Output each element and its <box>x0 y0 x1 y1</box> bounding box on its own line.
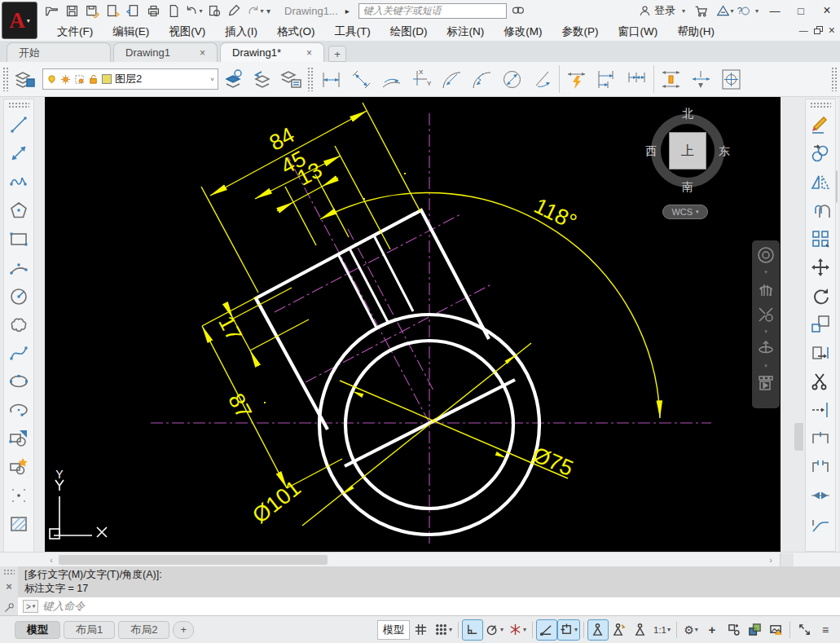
model-space-button[interactable]: 模型 <box>377 620 410 640</box>
toolbar-grip[interactable] <box>307 67 314 91</box>
insert-block-tool-icon[interactable] <box>6 424 32 452</box>
trim-tool-icon[interactable] <box>807 367 833 395</box>
application-menu-button[interactable]: A ▾ <box>2 2 37 39</box>
redo-button[interactable]: ▾ <box>246 2 264 20</box>
fillet-tool-icon[interactable] <box>807 509 833 538</box>
horizontal-scroll-thumb[interactable] <box>59 555 328 565</box>
layer-previous-icon[interactable] <box>249 65 277 93</box>
revision-cloud-tool-icon[interactable] <box>6 310 32 338</box>
tab-drawing1-modified[interactable]: Drawing1*× <box>220 42 324 62</box>
annotation-scale-button[interactable]: 1:1▾ <box>652 620 672 640</box>
angular-dimension-icon[interactable] <box>527 64 557 95</box>
crosshair-plus-button[interactable]: + <box>702 620 722 640</box>
dimension-space-icon[interactable] <box>656 64 686 95</box>
sign-in-button[interactable]: 登录 <box>639 3 675 18</box>
mirror-tool-icon[interactable] <box>807 167 833 196</box>
zoom-extents-icon[interactable] <box>756 305 776 324</box>
signin-chevron-icon[interactable]: ▾ <box>682 7 685 15</box>
polyline-tool-icon[interactable] <box>6 167 32 196</box>
menu-tools[interactable]: 工具(T) <box>325 23 380 41</box>
spline-tool-icon[interactable] <box>6 338 32 367</box>
orbit-icon[interactable] <box>756 339 776 359</box>
undo-chevron-icon[interactable]: ▾ <box>199 7 202 15</box>
menu-help[interactable]: 帮助(H) <box>667 23 724 41</box>
object-snap-toggle[interactable]: ▾ <box>558 620 579 640</box>
viewcube[interactable]: 北 南 西 东 上 <box>645 108 730 193</box>
command-grip[interactable] <box>3 569 15 575</box>
menu-window[interactable]: 窗口(W) <box>609 23 668 41</box>
center-mark-icon[interactable] <box>716 64 746 95</box>
quick-dimension-icon[interactable] <box>561 64 592 95</box>
menu-edit[interactable]: 编辑(E) <box>103 23 159 41</box>
layout-tab-model[interactable]: 模型 <box>15 621 60 639</box>
isometric-drafting-toggle[interactable]: ▾ <box>507 620 528 640</box>
panel-collapse-handle[interactable] <box>794 423 803 451</box>
search-icon[interactable] <box>509 2 527 20</box>
nav-chevron-icon[interactable]: ▾ <box>764 271 767 274</box>
tab-start[interactable]: 开始 <box>7 42 111 62</box>
qat-customize-chevron-icon[interactable]: ▾ <box>266 7 270 15</box>
scroll-right-icon[interactable]: › <box>764 553 777 566</box>
layer-properties-manager-icon[interactable] <box>11 65 39 93</box>
construction-line-tool-icon[interactable] <box>6 139 32 167</box>
menu-modify[interactable]: 修改(M) <box>494 23 552 41</box>
line-tool-icon[interactable] <box>6 110 32 139</box>
polar-tracking-toggle[interactable]: ▾ <box>484 620 505 640</box>
doc-close-button[interactable]: × <box>829 24 835 37</box>
save-button[interactable] <box>63 2 81 20</box>
ortho-toggle[interactable] <box>463 620 482 640</box>
menu-view[interactable]: 视图(V) <box>159 23 215 41</box>
close-tab-icon[interactable]: × <box>200 47 205 59</box>
tab-drawing1[interactable]: Drawing1× <box>113 42 218 62</box>
viewcube-north[interactable]: 北 <box>682 107 693 121</box>
nav-chevron-icon[interactable]: ▾ <box>764 364 767 368</box>
point-tool-icon[interactable] <box>6 481 32 509</box>
new-drawing-button[interactable] <box>165 2 183 20</box>
annotation-scale-sync-toggle[interactable] <box>631 620 650 640</box>
close-command-icon[interactable]: × <box>6 580 12 592</box>
layer-select-combobox[interactable]: 图层2 ˅ <box>42 68 218 90</box>
search-input[interactable]: 键入关键字或短语 <box>358 3 507 19</box>
new-tab-button[interactable]: + <box>328 46 346 62</box>
rectangle-tool-icon[interactable] <box>6 224 32 253</box>
close-tab-icon[interactable]: × <box>306 47 312 59</box>
break-tool-icon[interactable] <box>807 452 833 481</box>
navigation-wheel-icon[interactable] <box>756 245 776 265</box>
command-history[interactable]: [多行文字(M)/文字(T)/角度(A)]: 标注文字 = 17 <box>18 566 840 597</box>
open-button[interactable] <box>42 2 60 20</box>
object-snap-tracking-toggle[interactable] <box>537 620 556 640</box>
graphics-performance-button[interactable] <box>745 620 764 640</box>
new-layout-button[interactable]: + <box>173 621 194 639</box>
arc-length-dimension-icon[interactable] <box>376 64 407 95</box>
batch-plot-button[interactable] <box>205 2 223 20</box>
markup-button[interactable] <box>226 2 244 20</box>
doc-minimize-button[interactable]: — <box>799 25 808 35</box>
scroll-left-icon[interactable]: ‹ <box>45 553 58 566</box>
stretch-tool-icon[interactable] <box>807 338 833 367</box>
scale-tool-icon[interactable] <box>807 310 833 338</box>
diameter-dimension-icon[interactable] <box>497 64 527 95</box>
snap-toggle[interactable]: ▾ <box>433 620 454 640</box>
show-motion-icon[interactable] <box>756 373 776 393</box>
ellipse-tool-icon[interactable] <box>6 367 32 395</box>
menu-draw[interactable]: 绘图(D) <box>380 23 438 41</box>
redo-chevron-icon[interactable]: ▾ <box>260 7 263 15</box>
move-tool-icon[interactable] <box>807 253 833 281</box>
continue-dimension-icon[interactable] <box>622 64 652 95</box>
annotation-autoscale-toggle[interactable] <box>609 620 629 640</box>
rotate-tool-icon[interactable] <box>807 281 833 310</box>
ellipse-arc-tool-icon[interactable] <box>6 395 32 424</box>
open-from-web-button[interactable] <box>103 2 121 20</box>
workspace-switch-button[interactable]: ⚙▾ <box>681 620 701 640</box>
hatch-tool-icon[interactable] <box>6 509 32 538</box>
save-as-button[interactable] <box>83 2 101 20</box>
minimize-window-button[interactable]: — <box>765 2 785 19</box>
wrench-icon[interactable] <box>3 602 15 614</box>
menu-format[interactable]: 格式(O) <box>267 23 325 41</box>
command-prompt-icon[interactable]: >▾ <box>23 600 38 613</box>
drawing-canvas[interactable]: 84 45 13 17 87 Ø101 Ø75 118° Y <box>45 97 781 552</box>
viewcube-south[interactable]: 南 <box>682 180 693 195</box>
make-block-tool-icon[interactable] <box>6 452 32 481</box>
pan-hand-icon[interactable] <box>756 280 776 299</box>
polygon-tool-icon[interactable] <box>6 196 32 224</box>
